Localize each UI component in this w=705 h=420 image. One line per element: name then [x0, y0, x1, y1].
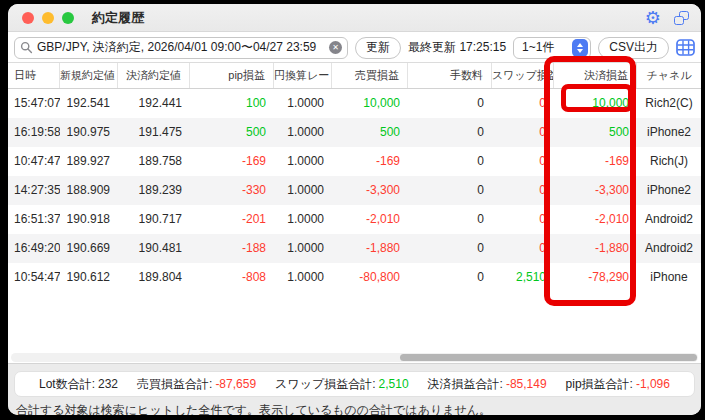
cell: -3,300: [332, 176, 408, 205]
column-header-5[interactable]: 円換算レート: [274, 63, 332, 88]
range-select-value: 1~1件: [522, 39, 572, 56]
total-item: 決済損益合計:-85,149: [428, 376, 547, 393]
cell: 16:49:20: [8, 234, 60, 263]
column-header-3[interactable]: 決済約定値: [118, 63, 190, 88]
cell: -3,300: [554, 176, 637, 205]
table-row[interactable]: 15:47:07192.541192.4411001.000010,000001…: [8, 89, 701, 118]
cell: 15:47:07: [8, 89, 60, 118]
table-row[interactable]: 14:27:35188.909189.239-3301.0000-3,30000…: [8, 176, 701, 205]
cell: 0: [492, 234, 554, 263]
last-update-text: 最終更新 17:25:15: [408, 39, 506, 56]
total-value: 232: [98, 377, 118, 391]
total-item: 売買損益合計:-87,659: [137, 376, 256, 393]
cell: 0: [492, 176, 554, 205]
cell: 189.804: [118, 263, 190, 292]
minimize-button[interactable]: [42, 12, 54, 24]
window-title: 約定履歴: [92, 9, 144, 27]
column-header-4[interactable]: pip損益: [190, 63, 274, 88]
horizontal-scrollbar-thumb[interactable]: [400, 354, 697, 361]
table-body: 15:47:07192.541192.4411001.000010,000001…: [8, 89, 701, 292]
table-row[interactable]: 16:51:37190.918190.717-2011.0000-2,01000…: [8, 205, 701, 234]
footer: Lot数合計:232売買損益合計:-87,659スワップ損益合計:2,510決済…: [8, 363, 701, 415]
close-button[interactable]: [22, 12, 34, 24]
cell: -2,010: [554, 205, 637, 234]
cell: Android2: [637, 205, 701, 234]
column-header-8[interactable]: スワップ損益: [492, 63, 554, 88]
titlebar-icons: ⚙: [645, 9, 689, 27]
column-header-10[interactable]: チャネル: [637, 63, 701, 88]
total-label: Lot数合計:: [39, 377, 95, 391]
titlebar[interactable]: 約定履歴 ⚙: [8, 4, 701, 32]
total-value: -87,659: [215, 377, 256, 391]
cell: 14:27:35: [8, 176, 60, 205]
settings-gear-icon[interactable]: ⚙: [645, 9, 661, 27]
table-row[interactable]: 10:54:47190.612189.804-8081.0000-80,8000…: [8, 263, 701, 292]
refresh-button[interactable]: 更新: [355, 37, 401, 59]
cell: 1.0000: [274, 176, 332, 205]
total-item: Lot数合計:232: [39, 376, 118, 393]
stepper-icon: [572, 39, 588, 57]
cell: 192.541: [60, 89, 118, 118]
cell: 0: [408, 118, 492, 147]
column-settings-icon[interactable]: [676, 38, 695, 57]
cell: 500: [554, 118, 637, 147]
cell: 0: [408, 263, 492, 292]
cell: iPhone: [637, 263, 701, 292]
range-select[interactable]: 1~1件: [513, 37, 591, 59]
cell: -169: [554, 147, 637, 176]
cell: 190.918: [60, 205, 118, 234]
table-header: 日時新規約定値決済約定値pip損益円換算レート売買損益手数料スワップ損益決済損益…: [8, 62, 701, 89]
cell: 500: [332, 118, 408, 147]
cell: -1,880: [332, 234, 408, 263]
cell: 10:54:47: [8, 263, 60, 292]
cell: -330: [190, 176, 274, 205]
clear-search-icon[interactable]: ✕: [329, 41, 342, 54]
column-header-2[interactable]: 新規約定値: [60, 63, 118, 88]
cell: iPhone2: [637, 118, 701, 147]
cell: -80,800: [332, 263, 408, 292]
cell: 1.0000: [274, 147, 332, 176]
total-item: スワップ損益合計:2,510: [275, 376, 409, 393]
cell: 0: [408, 89, 492, 118]
cell: -188: [190, 234, 274, 263]
cell: -201: [190, 205, 274, 234]
column-header-1[interactable]: 日時: [8, 63, 60, 88]
column-header-6[interactable]: 売買損益: [332, 63, 408, 88]
cell: 189.758: [118, 147, 190, 176]
cell: -1,880: [554, 234, 637, 263]
cell: 192.441: [118, 89, 190, 118]
total-label: 売買損益合計:: [137, 377, 212, 391]
total-value: 2,510: [379, 377, 409, 391]
total-label: 決済損益合計:: [428, 377, 503, 391]
cell: 190.669: [60, 234, 118, 263]
column-header-7[interactable]: 手数料: [408, 63, 492, 88]
duplicate-window-icon[interactable]: [674, 11, 689, 25]
table-row[interactable]: 16:49:20190.669190.481-1881.0000-1,88000…: [8, 234, 701, 263]
duplicate-window-icon-front: [674, 16, 684, 25]
cell: iPhone2: [637, 176, 701, 205]
column-header-9[interactable]: 決済損益: [554, 63, 637, 88]
cell: Android2: [637, 234, 701, 263]
search-field[interactable]: ✕: [14, 37, 348, 59]
cell: 190.612: [60, 263, 118, 292]
cell: -169: [190, 147, 274, 176]
table-row[interactable]: 10:47:47189.927189.758-1691.0000-16900-1…: [8, 147, 701, 176]
table-row[interactable]: 16:19:58190.975191.4755001.000050000500i…: [8, 118, 701, 147]
cell: -169: [332, 147, 408, 176]
cell: 188.909: [60, 176, 118, 205]
maximize-button[interactable]: [62, 12, 74, 24]
cell: 16:19:58: [8, 118, 60, 147]
cell: -2,010: [332, 205, 408, 234]
cell: 0: [408, 147, 492, 176]
total-item: pip損益合計:-1,096: [566, 376, 670, 393]
cell: 190.975: [60, 118, 118, 147]
traffic-lights: [22, 12, 74, 24]
cell: 1.0000: [274, 263, 332, 292]
cell: 10,000: [554, 89, 637, 118]
search-input[interactable]: [37, 41, 325, 55]
footer-note: 合計する対象は検索にヒットした全件です。表示しているものの合計ではありません。: [16, 402, 701, 415]
cell: 1.0000: [274, 234, 332, 263]
cell: Rich(J): [637, 147, 701, 176]
cell: 189.927: [60, 147, 118, 176]
csv-export-button[interactable]: CSV出力: [598, 37, 669, 59]
